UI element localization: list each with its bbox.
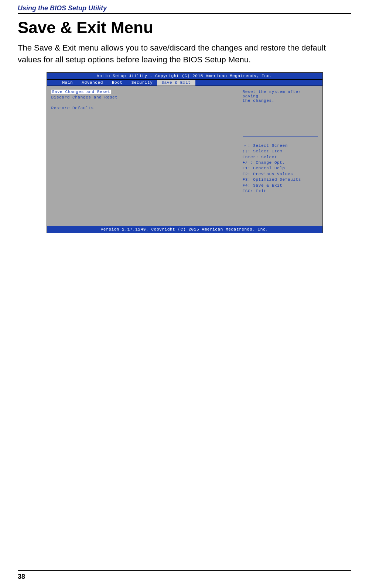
bios-body: Save Changes and Reset Discard Changes a… — [47, 86, 322, 229]
bios-screen: Aptio Setup Utility - Copyright (C) 2015… — [47, 72, 323, 233]
page-number: 38 — [18, 573, 351, 581]
page-heading: Save & Exit Menu — [18, 18, 351, 37]
page-footer: 38 — [18, 570, 351, 581]
menu-restore-defaults[interactable]: Restore Defaults — [51, 106, 233, 110]
spacer — [51, 101, 233, 106]
bios-tab-bar: Main Advanced Boot Security Save & Exit — [47, 80, 322, 86]
key-help-enter: Enter: Select — [243, 155, 318, 160]
key-help-f4: F4: Save & Exit — [243, 183, 318, 188]
bios-menu-panel: Save Changes and Reset Discard Changes a… — [47, 86, 238, 229]
tab-boot[interactable]: Boot — [107, 80, 127, 86]
tab-save-exit[interactable]: Save & Exit — [157, 80, 195, 86]
help-line-2: the changes. — [243, 98, 318, 103]
bios-help-panel: Reset the system after saving the change… — [238, 86, 322, 229]
key-help-select-item: ↑↓: Select Item — [243, 149, 318, 154]
menu-discard-changes-reset[interactable]: Discard Changes and Reset — [51, 95, 233, 100]
key-help-f1: F1: General Help — [243, 166, 318, 171]
bios-footer: Version 2.17.1249. Copyright (C) 2015 Am… — [47, 226, 322, 233]
key-help-change-opt: +/-: Change Opt. — [243, 160, 318, 166]
help-description: Reset the system after saving the change… — [243, 90, 318, 136]
bios-screenshot-container: Aptio Setup Utility - Copyright (C) 2015… — [47, 72, 323, 233]
tab-advanced[interactable]: Advanced — [77, 80, 107, 86]
chapter-title: Using the BIOS Setup Utility — [18, 4, 351, 14]
bios-header: Aptio Setup Utility - Copyright (C) 2015… — [47, 73, 322, 80]
help-line-1: Reset the system after saving — [243, 90, 318, 98]
tab-security[interactable]: Security — [127, 80, 157, 86]
body-paragraph: The Save & Exit menu allows you to save/… — [18, 42, 351, 66]
key-help-esc: ESC: Exit — [243, 188, 318, 194]
document-page: Using the BIOS Setup Utility Save & Exit… — [0, 0, 369, 233]
key-help-list: →←: Select Screen ↑↓: Select Item Enter:… — [243, 143, 318, 194]
key-help-f3: F3: Optimized Defaults — [243, 177, 318, 183]
menu-save-changes-reset[interactable]: Save Changes and Reset — [51, 90, 233, 95]
tab-main[interactable]: Main — [58, 80, 78, 86]
key-help-select-screen: →←: Select Screen — [243, 143, 318, 149]
key-help-f2: F2: Previous Values — [243, 172, 318, 177]
